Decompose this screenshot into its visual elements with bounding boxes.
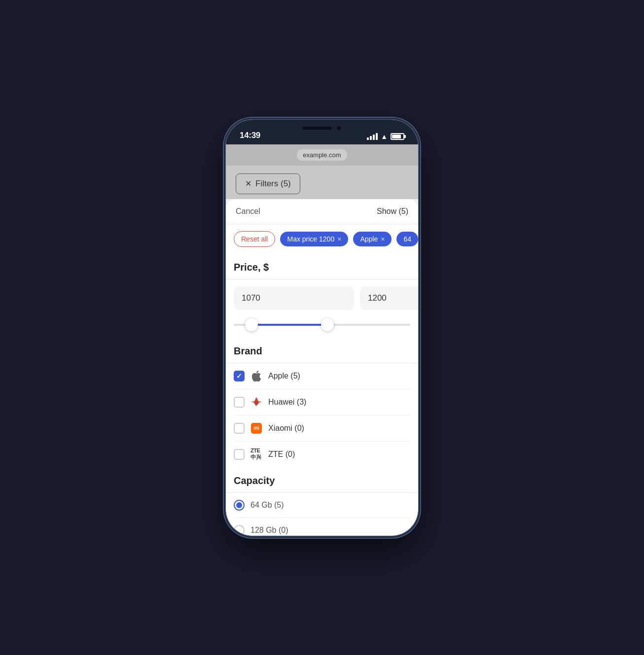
huawei-logo — [250, 396, 262, 408]
close-icon: ✕ — [245, 179, 251, 188]
price-section: Price, $ — [226, 254, 418, 338]
apple-logo — [250, 370, 262, 382]
brand-item-huawei[interactable]: Huawei (3) — [234, 389, 410, 415]
brand-item-xiaomi[interactable]: mi Xiaomi (0) — [234, 415, 410, 442]
reset-all-chip[interactable]: Reset all — [234, 231, 275, 247]
price-chip-label: Max price 1200 — [287, 235, 334, 243]
checkmark-icon: ✓ — [236, 372, 242, 380]
capacity-section-title: Capacity — [234, 467, 410, 492]
price-inputs — [234, 286, 410, 310]
capacity-64-label: 64 Gb (5) — [250, 501, 284, 510]
url-bar[interactable]: example.com — [297, 149, 347, 161]
modal-panel: Cancel Show (5) Reset all Max price 1200… — [226, 199, 418, 536]
notch — [290, 120, 354, 137]
brand-section-title: Brand — [234, 338, 410, 363]
phone-frame: 14:39 ▲ example.com ✕ Filt — [226, 120, 418, 536]
status-time: 14:39 — [240, 131, 260, 140]
slider-fill — [251, 324, 327, 326]
screen: 14:39 ▲ example.com ✕ Filt — [226, 120, 418, 536]
battery-icon — [391, 133, 404, 140]
apple-chip[interactable]: Apple × — [353, 232, 392, 246]
price-range-slider[interactable] — [234, 316, 410, 334]
filters-button[interactable]: ✕ Filters (5) — [236, 173, 300, 194]
xiaomi-logo: mi — [250, 422, 262, 434]
zte-logo: ZTE中兴 — [250, 448, 262, 460]
brand-item-apple[interactable]: ✓ Apple (5) — [234, 363, 410, 389]
brand-section: Brand ✓ Apple (5) — [226, 338, 418, 467]
price-chip[interactable]: Max price 1200 × — [280, 232, 348, 246]
slider-thumb-min[interactable] — [245, 318, 258, 331]
apple-chip-label: Apple — [360, 235, 378, 243]
signal-icon — [367, 133, 378, 140]
filters-button-label: Filters (5) — [255, 179, 291, 189]
huawei-checkbox[interactable] — [234, 397, 245, 408]
capacity-chip[interactable]: 64 — [396, 232, 418, 246]
price-chip-close-icon[interactable]: × — [337, 235, 341, 243]
browser-bar: example.com — [226, 144, 418, 166]
radio-128[interactable] — [234, 525, 245, 536]
page-content: ✕ Filters (5) — [226, 166, 418, 199]
price-max-input[interactable] — [360, 286, 418, 310]
show-button[interactable]: Show (5) — [377, 207, 408, 216]
wifi-icon: ▲ — [381, 133, 388, 140]
camera — [336, 125, 342, 131]
capacity-section: Capacity 64 Gb (5) 128 Gb (0) — [226, 467, 418, 536]
apple-checkbox[interactable]: ✓ — [234, 371, 245, 381]
capacity-chip-label: 64 — [403, 235, 411, 243]
apple-chip-close-icon[interactable]: × — [381, 235, 385, 243]
capacity-item-128[interactable]: 128 Gb (0) — [234, 518, 410, 536]
status-icons: ▲ — [367, 133, 404, 140]
capacity-128-label: 128 Gb (0) — [250, 526, 288, 535]
huawei-brand-name: Huawei (3) — [268, 398, 410, 407]
apple-brand-name: Apple (5) — [268, 372, 410, 380]
xiaomi-brand-name: Xiaomi (0) — [268, 424, 410, 433]
price-min-input[interactable] — [234, 286, 354, 310]
price-divider — [226, 279, 418, 279]
zte-brand-name: ZTE (0) — [268, 450, 410, 459]
radio-64[interactable] — [234, 500, 245, 511]
modal-header: Cancel Show (5) — [226, 199, 418, 224]
speaker — [302, 127, 332, 130]
slider-thumb-max[interactable] — [321, 318, 334, 331]
brand-item-zte[interactable]: ZTE中兴 ZTE (0) — [234, 442, 410, 467]
capacity-item-64[interactable]: 64 Gb (5) — [234, 493, 410, 518]
zte-checkbox[interactable] — [234, 449, 245, 460]
cancel-button[interactable]: Cancel — [236, 207, 260, 216]
price-section-title: Price, $ — [234, 254, 410, 279]
xiaomi-checkbox[interactable] — [234, 423, 245, 434]
radio-inner-64 — [236, 502, 242, 508]
active-filters-row: Reset all Max price 1200 × Apple × 64 — [226, 224, 418, 254]
